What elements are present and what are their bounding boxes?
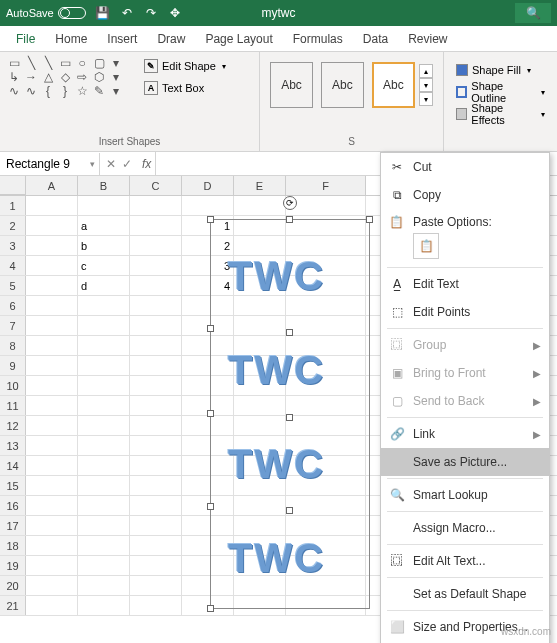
row-header-16[interactable]: 16 xyxy=(0,496,26,515)
cell-d1[interactable] xyxy=(182,196,234,215)
cell-b3[interactable]: b xyxy=(78,236,130,255)
cell-a11[interactable] xyxy=(26,396,78,415)
cell-c15[interactable] xyxy=(130,476,182,495)
shape-style-3[interactable]: Abc xyxy=(372,62,415,108)
row-header-1[interactable]: 1 xyxy=(0,196,26,215)
cell-b16[interactable] xyxy=(78,496,130,515)
cell-c7[interactable] xyxy=(130,316,182,335)
cm-cut[interactable]: ✂ Cut xyxy=(381,153,549,181)
shape-more-icon[interactable]: ▾ xyxy=(108,56,124,70)
touch-mode-icon[interactable]: ✥ xyxy=(168,6,182,20)
autosave-toggle[interactable]: AutoSave xyxy=(6,7,86,19)
tab-home[interactable]: Home xyxy=(45,26,97,52)
cell-c5[interactable] xyxy=(130,276,182,295)
cell-e16[interactable] xyxy=(234,496,286,515)
shape-textbox-icon[interactable]: ▭ xyxy=(6,56,22,70)
shape-spin-icon[interactable]: ▾ xyxy=(108,70,124,84)
cm-copy[interactable]: ⧉ Copy xyxy=(381,181,549,209)
tab-review[interactable]: Review xyxy=(398,26,457,52)
cell-b1[interactable] xyxy=(78,196,130,215)
cell-d15[interactable] xyxy=(182,476,234,495)
cell-c20[interactable] xyxy=(130,576,182,595)
col-header-e[interactable]: E xyxy=(234,176,286,195)
shape-brace2-icon[interactable]: } xyxy=(57,84,73,98)
paste-option-1[interactable]: 📋 xyxy=(413,233,439,259)
cell-b17[interactable] xyxy=(78,516,130,535)
cell-a18[interactable] xyxy=(26,536,78,555)
cell-d6[interactable] xyxy=(182,296,234,315)
shape-curve-icon[interactable]: ∿ xyxy=(6,84,22,98)
cell-e7[interactable] xyxy=(234,316,286,335)
redo-icon[interactable]: ↷ xyxy=(144,6,158,20)
cell-c2[interactable] xyxy=(130,216,182,235)
cell-c10[interactable] xyxy=(130,376,182,395)
cell-b5[interactable]: d xyxy=(78,276,130,295)
row-header-5[interactable]: 5 xyxy=(0,276,26,295)
cell-a5[interactable] xyxy=(26,276,78,295)
cell-d11[interactable] xyxy=(182,396,234,415)
cell-a13[interactable] xyxy=(26,436,78,455)
enter-icon[interactable]: ✓ xyxy=(122,157,132,171)
style-more-icon[interactable]: ▾ xyxy=(419,92,433,106)
cell-a3[interactable] xyxy=(26,236,78,255)
autosave-switch-icon[interactable] xyxy=(58,7,86,19)
cell-d21[interactable] xyxy=(182,596,234,615)
shape-diamond-icon[interactable]: ◇ xyxy=(57,70,73,84)
cell-c3[interactable] xyxy=(130,236,182,255)
row-header-12[interactable]: 12 xyxy=(0,416,26,435)
cancel-icon[interactable]: ✕ xyxy=(106,157,116,171)
cell-f1[interactable] xyxy=(286,196,366,215)
cell-b18[interactable] xyxy=(78,536,130,555)
cell-d12[interactable] xyxy=(182,416,234,435)
shape-connector-icon[interactable]: ↳ xyxy=(6,70,22,84)
cm-assign-macro[interactable]: Assign Macro... xyxy=(381,514,549,542)
cell-a19[interactable] xyxy=(26,556,78,575)
tab-draw[interactable]: Draw xyxy=(147,26,195,52)
row-header-14[interactable]: 14 xyxy=(0,456,26,475)
cell-c9[interactable] xyxy=(130,356,182,375)
cell-d14[interactable] xyxy=(182,456,234,475)
cell-b4[interactable]: c xyxy=(78,256,130,275)
cell-d13[interactable] xyxy=(182,436,234,455)
cell-c12[interactable] xyxy=(130,416,182,435)
cm-save-as-picture[interactable]: Save as Picture... xyxy=(381,448,549,476)
cell-a15[interactable] xyxy=(26,476,78,495)
cell-b10[interactable] xyxy=(78,376,130,395)
cm-edit-text[interactable]: A̲ Edit Text xyxy=(381,270,549,298)
cell-a1[interactable] xyxy=(26,196,78,215)
col-header-c[interactable]: C xyxy=(130,176,182,195)
select-all-corner[interactable] xyxy=(0,176,26,195)
shape-text-2[interactable]: TWC xyxy=(228,348,325,393)
shape-expand-icon[interactable]: ▾ xyxy=(108,84,124,98)
cell-a10[interactable] xyxy=(26,376,78,395)
cell-c21[interactable] xyxy=(130,596,182,615)
cell-d3[interactable]: 2 xyxy=(182,236,234,255)
cell-d17[interactable] xyxy=(182,516,234,535)
cell-a12[interactable] xyxy=(26,416,78,435)
cell-c16[interactable] xyxy=(130,496,182,515)
cell-b7[interactable] xyxy=(78,316,130,335)
cell-a4[interactable] xyxy=(26,256,78,275)
cell-c11[interactable] xyxy=(130,396,182,415)
cell-f21[interactable] xyxy=(286,596,366,615)
cell-f7[interactable] xyxy=(286,316,366,335)
cell-e21[interactable] xyxy=(234,596,286,615)
tab-data[interactable]: Data xyxy=(353,26,398,52)
cell-c13[interactable] xyxy=(130,436,182,455)
cell-e2[interactable] xyxy=(234,216,286,235)
cm-set-default[interactable]: Set as Default Shape xyxy=(381,580,549,608)
cell-c14[interactable] xyxy=(130,456,182,475)
cell-e3[interactable] xyxy=(234,236,286,255)
search-button[interactable]: 🔍 xyxy=(515,3,551,23)
col-header-f[interactable]: F xyxy=(286,176,366,195)
shape-text-3[interactable]: TWC xyxy=(228,442,325,487)
cell-c4[interactable] xyxy=(130,256,182,275)
cell-f2[interactable] xyxy=(286,216,366,235)
cell-b8[interactable] xyxy=(78,336,130,355)
style-spinner[interactable]: ▴ ▾ ▾ xyxy=(419,64,433,106)
shape-style-2[interactable]: Abc xyxy=(321,62,364,108)
col-header-a[interactable]: A xyxy=(26,176,78,195)
shape-effects-button[interactable]: Shape Effects ▾ xyxy=(452,104,549,124)
tab-formulas[interactable]: Formulas xyxy=(283,26,353,52)
cell-b6[interactable] xyxy=(78,296,130,315)
